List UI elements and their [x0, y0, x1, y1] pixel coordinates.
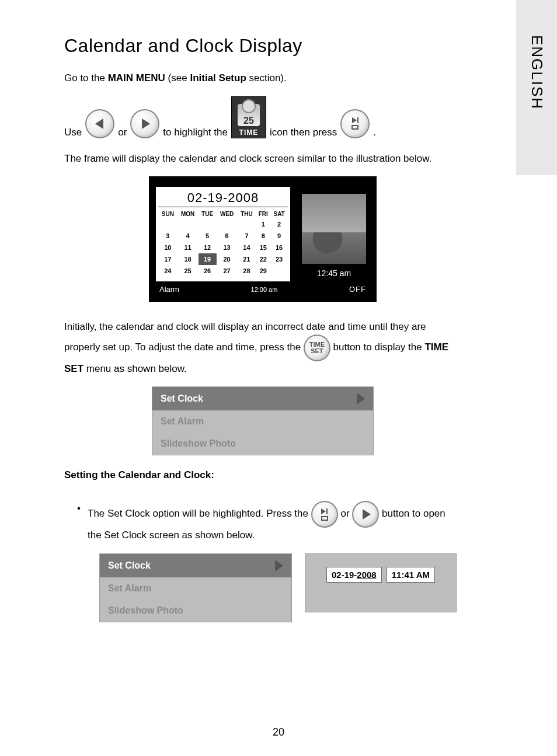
- left-arrow-icon: [85, 109, 114, 138]
- calendar-date-header: 02-19-2008: [158, 190, 288, 207]
- chevron-right-icon: [357, 393, 365, 405]
- right-arrow-icon: [130, 109, 159, 138]
- subheading: Setting the Calendar and Clock:: [64, 469, 461, 481]
- bullet-1: The Set Clock option will be highlighted…: [77, 501, 461, 543]
- alarm-state: OFF: [349, 285, 366, 294]
- time-menu-icon: 25 TIME: [231, 96, 266, 138]
- chevron-right-icon: [275, 560, 283, 572]
- alarm-label: Alarm: [159, 285, 179, 294]
- menu-item-slideshow-photo: Slideshow Photo: [152, 433, 373, 455]
- menu-item-slideshow-photo: Slideshow Photo: [100, 600, 291, 622]
- photo-thumbnail: [302, 194, 366, 264]
- menu-item-set-clock: Set Clock: [100, 554, 291, 577]
- page-title: Calendar and Clock Display: [64, 35, 461, 57]
- alarm-time: 12:00 am: [251, 286, 278, 293]
- right-arrow-icon: [352, 501, 379, 528]
- play-stop-icon: [340, 109, 370, 138]
- menu-item-set-alarm: Set Alarm: [152, 410, 373, 433]
- calendar-panel: 02-19-2008 SUN MON TUE WED THU FRI SAT 1…: [156, 187, 290, 281]
- intro-paragraph: Go to the MAIN MENU (see Initial Setup s…: [64, 71, 461, 86]
- bullet-list: The Set Clock option will be highlighted…: [77, 501, 461, 543]
- instruction-line-2: The frame will display the calendar and …: [64, 151, 461, 166]
- instruction-line-1: Use or to highlight the 25 TIME icon the…: [64, 96, 461, 138]
- time-set-button-icon: TIMESET: [304, 335, 330, 361]
- calendar-glyph-icon: 25: [238, 104, 260, 126]
- language-label: ENGLISH: [528, 35, 546, 110]
- alarm-row: Alarm 12:00 am OFF: [156, 285, 370, 294]
- play-stop-icon: [311, 501, 338, 528]
- page-content: Calendar and Clock Display Go to the MAI…: [0, 0, 508, 646]
- set-clock-panel: 02-19-2008 11:41 AM: [305, 553, 457, 612]
- language-sidebar: ENGLISH: [516, 0, 557, 175]
- calendar-screenshot: 02-19-2008 SUN MON TUE WED THU FRI SAT 1…: [149, 176, 377, 302]
- calendar-grid: SUN MON TUE WED THU FRI SAT 12 3456789 1…: [158, 210, 288, 277]
- date-field: 02-19-2008: [326, 567, 382, 583]
- time-set-menu: Set Clock Set Alarm Slideshow Photo: [152, 386, 374, 455]
- page-number: 20: [0, 726, 557, 738]
- clock-time: 12:45 am: [317, 269, 351, 278]
- time-set-menu-2: Set Clock Set Alarm Slideshow Photo: [99, 553, 292, 622]
- paragraph-2: Initially, the calendar and clock will d…: [64, 319, 461, 376]
- dual-panel: Set Clock Set Alarm Slideshow Photo 02-1…: [99, 553, 461, 622]
- time-icon-label: TIME: [239, 128, 259, 137]
- menu-item-set-alarm: Set Alarm: [100, 577, 291, 600]
- menu-item-set-clock: Set Clock: [152, 387, 373, 410]
- time-field: 11:41 AM: [387, 567, 435, 583]
